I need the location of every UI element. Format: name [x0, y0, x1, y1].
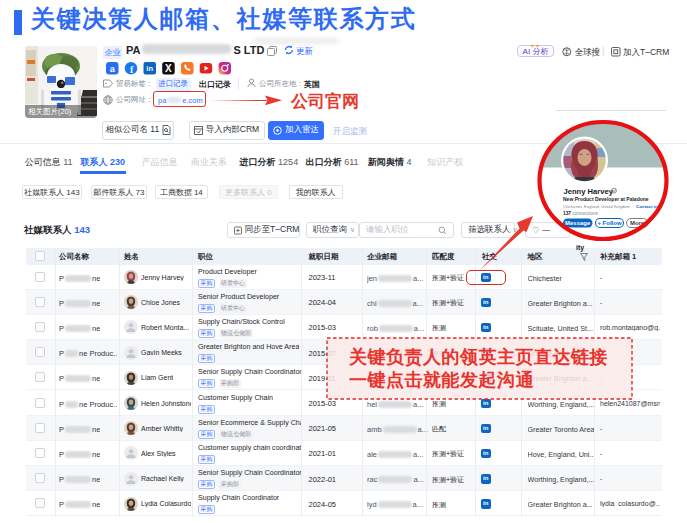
svg-text:Message: Message: [565, 220, 591, 226]
svg-text:X: X: [165, 63, 172, 74]
svg-text:Chichester, England, United Ki: Chichester, England, United Kingdom ·: [563, 204, 632, 209]
svg-text:New Product Developer at Palad: New Product Developer at Paladone: [563, 196, 649, 202]
svg-text:+ Follow: + Follow: [597, 220, 622, 226]
svg-text:Jenny Harvey: Jenny Harvey: [564, 187, 614, 196]
svg-text:137 connections: 137 connections: [563, 211, 599, 216]
svg-text:in: in: [146, 64, 153, 73]
